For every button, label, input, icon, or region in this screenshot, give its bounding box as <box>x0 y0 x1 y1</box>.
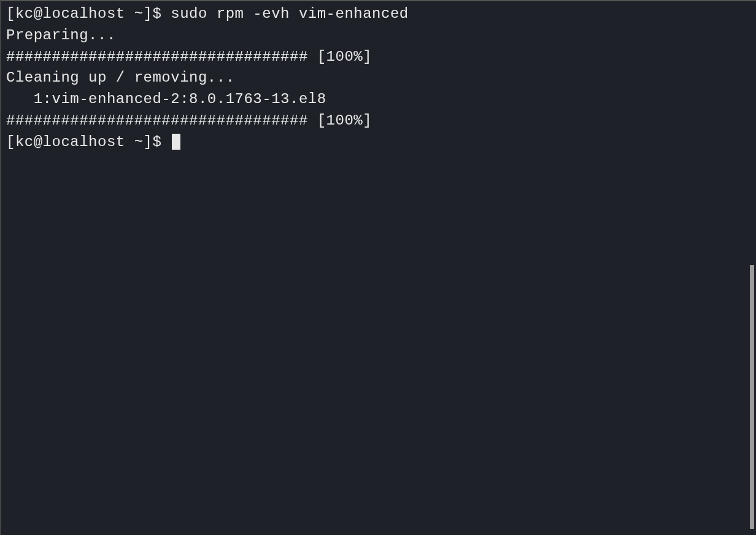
scrollbar[interactable] <box>750 265 754 529</box>
cursor-icon <box>172 134 180 150</box>
shell-prompt: [kc@localhost ~]$ <box>6 134 171 150</box>
output-package: 1:vim-enhanced-2:8.0.1763-13.el8 <box>6 89 751 110</box>
current-prompt-line[interactable]: [kc@localhost ~]$ <box>6 132 751 153</box>
output-progress-1: ################################# [100%] <box>6 47 751 68</box>
command-text: sudo rpm -evh vim-enhanced <box>171 6 408 22</box>
output-cleaning: Cleaning up / removing... <box>6 67 751 89</box>
command-line-1: [kc@localhost ~]$ sudo rpm -evh vim-enha… <box>6 4 751 25</box>
output-preparing: Preparing... <box>6 25 751 47</box>
shell-prompt: [kc@localhost ~]$ <box>6 6 171 22</box>
output-progress-2: ################################# [100%] <box>6 110 751 132</box>
terminal-output[interactable]: [kc@localhost ~]$ sudo rpm -evh vim-enha… <box>6 4 751 153</box>
